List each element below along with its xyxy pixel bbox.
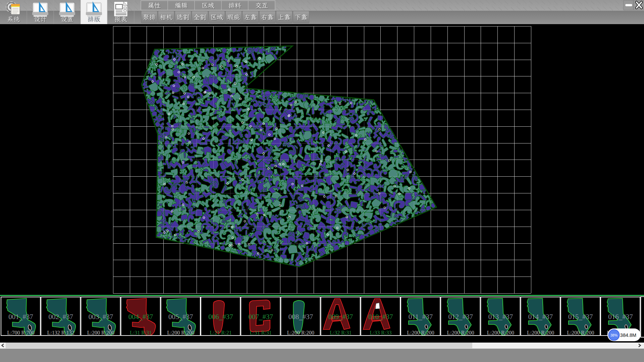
svg-text:L:200 R:200: L:200 R:200 bbox=[487, 330, 514, 336]
svg-text:006_#37: 006_#37 bbox=[208, 313, 233, 321]
svg-text:003_#37: 003_#37 bbox=[89, 313, 113, 321]
svg-text:L:21 R:21: L:21 R:21 bbox=[210, 330, 231, 336]
svg-text:014_#37: 014_#37 bbox=[528, 313, 553, 321]
svg-text:L:33 R:33: L:33 R:33 bbox=[370, 330, 391, 336]
svg-text:L:132 R:132: L:132 R:132 bbox=[47, 330, 74, 336]
svg-text:L:200 R:200: L:200 R:200 bbox=[527, 330, 554, 336]
svg-text:384.8M: 384.8M bbox=[620, 333, 636, 338]
svg-text:015_#37: 015_#37 bbox=[568, 313, 593, 321]
svg-text:L:32 R:31: L:32 R:31 bbox=[330, 330, 352, 336]
svg-text:010_#37: 010_#37 bbox=[368, 313, 393, 321]
svg-text:L:200 R:200: L:200 R:200 bbox=[287, 330, 314, 336]
svg-text:38%: 38% bbox=[610, 333, 618, 337]
svg-text:001_#37: 001_#37 bbox=[8, 313, 33, 321]
svg-text:007_#37: 007_#37 bbox=[248, 313, 273, 321]
svg-text:016_#37: 016_#37 bbox=[608, 313, 633, 321]
svg-text:L:31 R:31: L:31 R:31 bbox=[250, 330, 272, 336]
svg-text:L:200 R:200: L:200 R:200 bbox=[167, 330, 194, 336]
svg-text:013_#37: 013_#37 bbox=[488, 313, 513, 321]
svg-text:012_#37: 012_#37 bbox=[448, 313, 473, 321]
svg-text:009_#37: 009_#37 bbox=[328, 313, 353, 321]
svg-text:L:700 R:700: L:700 R:700 bbox=[7, 330, 34, 336]
svg-text:L:31 R:31: L:31 R:31 bbox=[130, 330, 152, 336]
svg-text:008_#37: 008_#37 bbox=[288, 313, 313, 321]
svg-text:L:200 R:200: L:200 R:200 bbox=[87, 330, 114, 336]
svg-text:005_#37: 005_#37 bbox=[168, 313, 193, 321]
svg-text:011_#37: 011_#37 bbox=[409, 313, 433, 321]
svg-text:002_#37: 002_#37 bbox=[48, 313, 73, 321]
svg-text:L:200 R:200: L:200 R:200 bbox=[407, 330, 434, 336]
svg-text:L:200 R:200: L:200 R:200 bbox=[567, 330, 594, 336]
svg-text:L:200 R:200: L:200 R:200 bbox=[447, 330, 474, 336]
svg-text:004_#37: 004_#37 bbox=[128, 313, 153, 321]
